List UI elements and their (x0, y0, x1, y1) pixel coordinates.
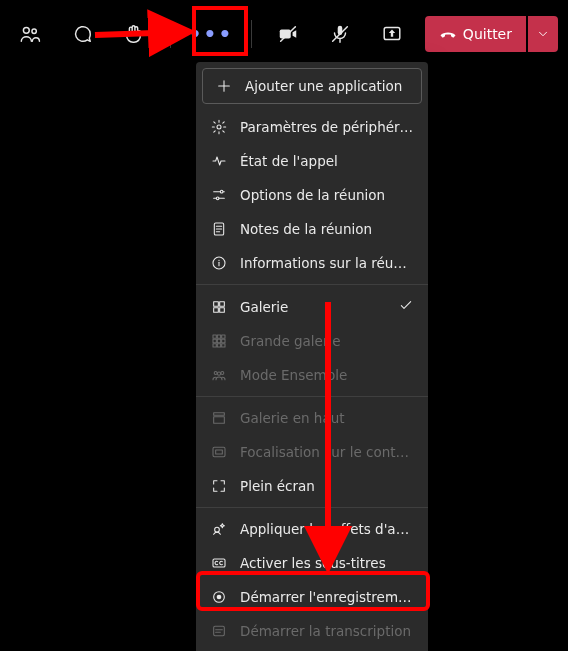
leave-button[interactable]: Quitter (425, 16, 526, 52)
svg-rect-37 (214, 626, 225, 635)
menu-item-call-health[interactable]: État de l'appel (196, 144, 428, 178)
menu-item-label: Démarrer la transcription (240, 623, 414, 639)
svg-rect-30 (214, 417, 225, 424)
share-icon (381, 23, 403, 45)
svg-rect-25 (222, 344, 225, 347)
svg-rect-15 (214, 307, 219, 312)
svg-rect-32 (216, 450, 223, 454)
menu-item-label: Informations sur la réunion (240, 255, 414, 271)
participants-button[interactable] (10, 15, 50, 53)
menu-item-background-effects[interactable]: Appliquer les effets d'arri... (196, 512, 428, 546)
camera-off-icon (277, 23, 299, 45)
svg-point-1 (32, 29, 36, 33)
leave-options-button[interactable] (528, 16, 558, 52)
raise-hand-button[interactable] (114, 15, 154, 53)
toolbar-separator (251, 20, 252, 48)
menu-item-live-captions[interactable]: Activer les sous-titres (196, 546, 428, 580)
cc-icon (210, 554, 228, 572)
menu-item-label: Ajouter une application (245, 78, 409, 94)
menu-item-label: Grande galerie (240, 333, 414, 349)
fullscreen-icon (210, 477, 228, 495)
menu-item-gallery-top: Galerie en haut (196, 401, 428, 435)
svg-rect-22 (222, 339, 225, 342)
svg-rect-29 (214, 413, 225, 416)
chat-button[interactable] (62, 15, 102, 53)
chevron-down-icon (536, 27, 550, 41)
sliders-icon (210, 186, 228, 204)
menu-item-meeting-options[interactable]: Options de la réunion (196, 178, 428, 212)
menu-item-start-recording[interactable]: Démarrer l'enregistrement (196, 580, 428, 614)
svg-rect-17 (213, 335, 216, 338)
svg-rect-19 (222, 335, 225, 338)
menu-item-fullscreen[interactable]: Plein écran (196, 469, 428, 503)
menu-item-meeting-info[interactable]: Informations sur la réunion (196, 246, 428, 280)
menu-item-start-transcription: Démarrer la transcription (196, 614, 428, 648)
svg-point-8 (220, 190, 223, 193)
svg-point-28 (217, 372, 220, 375)
svg-point-27 (221, 372, 224, 375)
menu-separator (196, 284, 428, 285)
hangup-icon (439, 25, 457, 43)
sparkle-icon (210, 520, 228, 538)
menu-item-label: État de l'appel (240, 153, 414, 169)
participants-icon (19, 23, 41, 45)
svg-point-7 (217, 125, 221, 129)
more-actions-button[interactable]: ••• (187, 10, 235, 58)
notes-icon (210, 220, 228, 238)
menu-item-focus-content: Focalisation sur le contenu (196, 435, 428, 469)
svg-rect-24 (217, 344, 220, 347)
chat-icon (71, 23, 93, 45)
share-button[interactable] (372, 15, 412, 53)
svg-rect-31 (213, 447, 225, 456)
menu-item-together-mode: Mode Ensemble (196, 358, 428, 392)
svg-point-36 (217, 595, 222, 600)
svg-point-26 (214, 372, 217, 375)
gallerytop-icon (210, 409, 228, 427)
menu-item-label: Options de la réunion (240, 187, 414, 203)
menu-item-label: Galerie en haut (240, 410, 414, 426)
camera-toggle-button[interactable] (268, 15, 308, 53)
toolbar-separator (170, 20, 171, 48)
menu-item-large-gallery: Grande galerie (196, 324, 428, 358)
svg-rect-20 (213, 339, 216, 342)
menu-item-label: Plein écran (240, 478, 414, 494)
info-icon (210, 254, 228, 272)
svg-rect-16 (220, 307, 225, 312)
transcript-icon (210, 622, 228, 640)
grid-icon (210, 298, 228, 316)
plus-icon (215, 77, 233, 95)
check-icon (398, 297, 414, 316)
menu-item-label: Paramètres de périphérique (240, 119, 414, 135)
menu-item-add-app[interactable]: Ajouter une application (202, 68, 422, 104)
pulse-icon (210, 152, 228, 170)
more-actions-menu: Ajouter une application Paramètres de pé… (196, 62, 428, 651)
menu-item-gallery[interactable]: Galerie (196, 289, 428, 324)
settings-icon (210, 118, 228, 136)
menu-item-label: Activer les sous-titres (240, 555, 414, 571)
menu-item-meeting-notes[interactable]: Notes de la réunion (196, 212, 428, 246)
svg-rect-21 (217, 339, 220, 342)
leave-button-group: Quitter (425, 16, 558, 52)
svg-rect-18 (217, 335, 220, 338)
focus-icon (210, 443, 228, 461)
meeting-toolbar: ••• Quitter (0, 10, 568, 58)
svg-rect-13 (214, 301, 219, 306)
menu-item-label: Galerie (240, 299, 386, 315)
svg-point-0 (23, 27, 29, 33)
leave-label: Quitter (463, 26, 512, 42)
together-icon (210, 366, 228, 384)
menu-item-label: Démarrer l'enregistrement (240, 589, 414, 605)
menu-item-device-settings[interactable]: Paramètres de périphérique (196, 110, 428, 144)
svg-rect-23 (213, 344, 216, 347)
menu-separator (196, 396, 428, 397)
menu-item-label: Focalisation sur le contenu (240, 444, 414, 460)
more-icon: ••• (189, 24, 233, 44)
svg-point-12 (218, 260, 219, 261)
svg-point-33 (215, 527, 220, 532)
menu-item-label: Mode Ensemble (240, 367, 414, 383)
menu-separator (196, 507, 428, 508)
svg-point-9 (216, 197, 219, 200)
menu-item-label: Notes de la réunion (240, 221, 414, 237)
mic-toggle-button[interactable] (320, 15, 360, 53)
grid9-icon (210, 332, 228, 350)
